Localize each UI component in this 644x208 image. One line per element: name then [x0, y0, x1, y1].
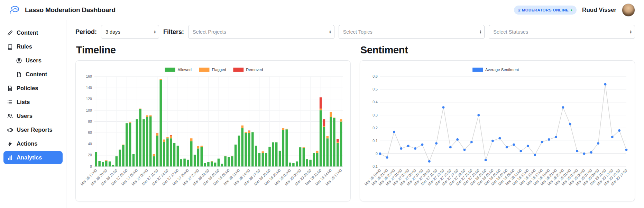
lasso-logo-icon[interactable] — [9, 5, 21, 15]
sidebar-item-label: Policies — [17, 85, 38, 92]
statuses-select-wrap: Select Statuses ▲▼ — [489, 25, 635, 39]
timeline-title: Timeline — [76, 44, 351, 56]
sidebar-item-content[interactable]: Content — [3, 26, 63, 39]
timeline-card: 020406080100120140160Mar 26 17:00Mar 26 … — [75, 60, 351, 201]
legend-item-average-sentiment[interactable]: Average Sentiment — [472, 68, 519, 72]
period-label: Period: — [75, 28, 97, 36]
bar-chart-icon — [7, 155, 13, 161]
sidebar-item-policies[interactable]: Policies — [3, 82, 63, 95]
svg-text:Removed: Removed — [246, 68, 263, 72]
projects-filter-select[interactable]: Select Projects — [188, 25, 334, 39]
filters-label: Filters: — [163, 28, 184, 36]
sidebar-item-label: Lists — [17, 99, 30, 105]
timeline-chart[interactable]: 020406080100120140160Mar 26 17:00Mar 26 … — [79, 65, 348, 200]
topics-filter-select[interactable]: Select Topics — [339, 25, 485, 39]
megaphone-icon — [7, 127, 13, 133]
svg-text:140: 140 — [86, 86, 92, 90]
legend-item-allowed[interactable]: Allowed — [165, 68, 192, 72]
period-select[interactable]: 3 days — [101, 25, 159, 39]
sidebar-item-label: User Reports — [17, 127, 53, 133]
svg-text:0.5: 0.5 — [372, 87, 378, 91]
period-select-wrap: 3 days ▲▼ — [101, 25, 159, 39]
sentiment-chart[interactable]: -0.100.10.20.30.40.50.6Mar 26 19:00Mar 2… — [363, 65, 632, 200]
legend-item-flagged[interactable]: Flagged — [199, 68, 226, 72]
sidebar-item-label: Users — [26, 57, 42, 64]
topics-select-wrap: Select Topics ▲▼ — [339, 25, 485, 39]
svg-text:Allowed: Allowed — [178, 68, 192, 72]
svg-text:Average Sentiment: Average Sentiment — [485, 68, 519, 72]
file-icon — [16, 71, 22, 78]
main-content: Period: 3 days ▲▼ Filters: Select Projec… — [66, 20, 644, 208]
sentiment-section: Sentiment -0.100.10.20.30.40.50.6Mar 26 … — [360, 40, 635, 201]
projects-select-wrap: Select Projects ▲▼ — [188, 25, 334, 39]
svg-text:60: 60 — [88, 131, 92, 135]
sidebar-item-user-reports[interactable]: User Reports — [3, 123, 63, 136]
sidebar-item-label: Rules — [17, 43, 32, 50]
svg-text:0.1: 0.1 — [372, 139, 378, 143]
svg-text:Flagged: Flagged — [212, 68, 226, 72]
svg-text:0.4: 0.4 — [372, 100, 378, 104]
svg-text:40: 40 — [88, 142, 92, 146]
svg-text:120: 120 — [86, 97, 92, 101]
online-status-dot: • — [571, 8, 572, 12]
filters-row: Period: 3 days ▲▼ Filters: Select Projec… — [75, 25, 635, 39]
svg-text:160: 160 — [86, 75, 92, 78]
statuses-filter-select[interactable]: Select Statuses — [489, 25, 635, 39]
list-icon — [7, 99, 13, 105]
sidebar-item-label: Content — [26, 71, 47, 78]
sidebar-item-label: Users — [17, 113, 33, 119]
pencil-icon — [7, 30, 13, 36]
svg-text:0.6: 0.6 — [372, 75, 378, 78]
svg-text:100: 100 — [86, 109, 92, 112]
user-avatar[interactable] — [622, 3, 635, 17]
sidebar: ContentRulesUsersContentPoliciesListsUse… — [0, 20, 66, 208]
sidebar-nav-list: ContentRulesUsersContentPoliciesListsUse… — [3, 26, 63, 164]
document-icon — [7, 85, 13, 92]
sidebar-item-label: Analytics — [17, 154, 42, 161]
svg-text:20: 20 — [88, 153, 92, 157]
sidebar-item-analytics[interactable]: Analytics — [3, 151, 63, 164]
sidebar-item-users[interactable]: Users — [12, 54, 63, 67]
sentiment-card: -0.100.10.20.30.40.50.6Mar 26 19:00Mar 2… — [360, 60, 635, 201]
svg-text:0: 0 — [376, 152, 378, 156]
legend-item-removed[interactable]: Removed — [233, 68, 263, 72]
moderators-online-badge: 2 MODERATORS ONLINE • — [514, 6, 577, 15]
sidebar-item-content[interactable]: Content — [12, 68, 63, 81]
bolt-icon — [7, 141, 13, 147]
sidebar-item-label: Actions — [17, 140, 38, 147]
chart-legend: Average Sentiment — [472, 68, 519, 72]
user-name[interactable]: Ruud Visser — [582, 7, 616, 14]
timeline-section: Timeline 020406080100120140160Mar 26 17:… — [75, 40, 351, 201]
sidebar-item-lists[interactable]: Lists — [3, 96, 63, 109]
svg-text:-0.1: -0.1 — [371, 165, 378, 168]
sentiment-title: Sentiment — [360, 44, 635, 56]
user-circle-icon — [16, 58, 22, 64]
sidebar-item-users[interactable]: Users — [3, 110, 63, 122]
svg-text:0: 0 — [90, 165, 92, 168]
users-icon — [7, 113, 13, 119]
sidebar-item-label: Content — [17, 29, 38, 36]
chart-legend: AllowedFlaggedRemoved — [165, 68, 263, 72]
svg-text:0.2: 0.2 — [372, 126, 378, 130]
app-title: Lasso Moderation Dashboard — [25, 6, 116, 14]
sidebar-item-actions[interactable]: Actions — [3, 137, 63, 150]
book-icon — [7, 44, 13, 50]
svg-text:80: 80 — [88, 120, 92, 123]
moderators-online-text: 2 MODERATORS ONLINE — [518, 8, 569, 12]
sidebar-item-rules[interactable]: Rules — [3, 40, 63, 53]
svg-text:0.3: 0.3 — [372, 113, 378, 117]
app-header: Lasso Moderation Dashboard 2 MODERATORS … — [0, 0, 644, 20]
